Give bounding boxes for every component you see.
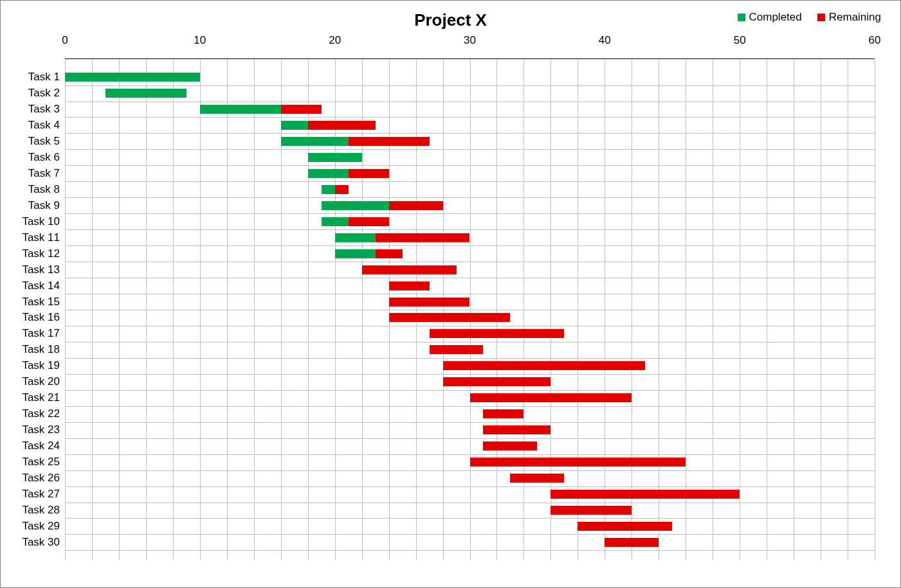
- gantt-row: [65, 342, 875, 358]
- y-tick-label: Task 28: [22, 504, 65, 517]
- gantt-row: [65, 245, 875, 262]
- x-tick-label: 40: [599, 34, 611, 47]
- gantt-row: [65, 262, 875, 278]
- bar-remaining: [483, 425, 551, 434]
- bar-remaining: [376, 233, 470, 242]
- gantt-row: [65, 470, 875, 486]
- gantt-row: [65, 326, 875, 342]
- gantt-row: [65, 278, 875, 294]
- gantt-row: [65, 406, 875, 422]
- x-axis: 0102030405060: [65, 33, 875, 58]
- gantt-row: [65, 149, 875, 165]
- y-tick-label: Task 2: [28, 87, 65, 100]
- bar-completed: [322, 201, 389, 210]
- plot-wrap: 0102030405060 Task 1Task 2Task 3Task 4Ta…: [65, 33, 875, 566]
- x-tick-label: 30: [464, 34, 476, 47]
- bar-remaining: [443, 377, 551, 386]
- plot-area: Task 1Task 2Task 3Task 4Task 5Task 6Task…: [65, 58, 875, 560]
- x-tick-label: 60: [869, 34, 881, 47]
- bar-remaining: [376, 249, 403, 258]
- legend-label-remaining: Remaining: [829, 11, 881, 24]
- y-tick-label: Task 24: [22, 440, 65, 452]
- gantt-row: [65, 229, 875, 245]
- y-tick-label: Task 25: [22, 456, 65, 468]
- bar-completed: [308, 169, 349, 178]
- legend-completed: Completed: [738, 11, 802, 24]
- gantt-row: [65, 294, 875, 310]
- bar-completed: [308, 153, 362, 162]
- bar-remaining: [470, 393, 632, 402]
- chart-frame: Project X Completed Remaining 0102030405…: [0, 0, 901, 588]
- gantt-row: [65, 117, 875, 133]
- bar-remaining: [389, 201, 443, 210]
- bar-remaining: [389, 298, 470, 307]
- x-tick-label: 50: [734, 34, 746, 47]
- y-tick-label: Task 1: [28, 71, 65, 84]
- y-tick-label: Task 18: [22, 343, 65, 356]
- bar-remaining: [551, 506, 632, 515]
- y-tick-label: Task 20: [22, 375, 65, 388]
- y-tick-label: Task 22: [22, 407, 65, 420]
- horizontal-gridline: [65, 550, 875, 551]
- y-tick-label: Task 27: [22, 488, 65, 501]
- bar-completed: [335, 233, 376, 242]
- bar-remaining: [443, 361, 646, 370]
- gantt-row: [65, 454, 875, 470]
- bar-remaining: [349, 217, 389, 226]
- y-tick-label: Task 12: [22, 247, 65, 260]
- y-tick-label: Task 11: [22, 231, 65, 244]
- bar-remaining: [430, 345, 484, 354]
- x-tick-label: 10: [194, 34, 206, 47]
- y-tick-label: Task 4: [28, 119, 65, 132]
- legend-label-completed: Completed: [749, 11, 802, 24]
- y-tick-label: Task 13: [22, 263, 65, 276]
- gantt-row: [65, 165, 875, 181]
- bar-remaining: [308, 121, 376, 130]
- bar-remaining: [430, 329, 565, 338]
- legend-swatch-completed-icon: [738, 13, 745, 21]
- bar-remaining: [335, 185, 349, 194]
- bar-completed: [335, 249, 376, 258]
- bar-completed: [281, 121, 308, 130]
- bar-remaining: [389, 313, 511, 322]
- x-tick-label: 0: [62, 34, 68, 47]
- bar-remaining: [281, 105, 322, 114]
- legend-swatch-remaining-icon: [817, 13, 825, 21]
- bar-remaining: [483, 441, 537, 450]
- y-tick-label: Task 23: [22, 423, 65, 436]
- y-tick-label: Task 26: [22, 472, 65, 485]
- y-tick-label: Task 14: [22, 280, 65, 292]
- bar-remaining: [605, 538, 659, 547]
- bar-remaining: [389, 281, 430, 290]
- y-tick-label: Task 19: [22, 359, 65, 372]
- gantt-row: [65, 534, 875, 550]
- title-row: Project X Completed Remaining: [14, 7, 887, 33]
- bar-remaining: [349, 169, 389, 178]
- gantt-row: [65, 486, 875, 503]
- gantt-row: [65, 518, 875, 534]
- y-tick-label: Task 15: [22, 296, 65, 308]
- legend-remaining: Remaining: [817, 11, 881, 24]
- y-tick-label: Task 6: [28, 151, 65, 164]
- vertical-gridline: [875, 59, 875, 560]
- gantt-row: [65, 422, 875, 438]
- gantt-row: [65, 358, 875, 374]
- bar-remaining: [470, 458, 686, 467]
- bar-remaining: [578, 522, 672, 531]
- bar-remaining: [362, 265, 457, 274]
- bar-remaining: [349, 137, 430, 146]
- x-tick-label: 20: [329, 34, 341, 47]
- y-tick-label: Task 17: [22, 327, 65, 340]
- gantt-row: [65, 133, 875, 149]
- gantt-row: [65, 181, 875, 197]
- bar-remaining: [551, 490, 740, 499]
- gantt-row: [65, 310, 875, 326]
- bar-completed: [65, 73, 200, 82]
- y-tick-label: Task 8: [28, 183, 65, 196]
- bar-completed: [281, 137, 349, 146]
- gantt-row: [65, 197, 875, 213]
- y-tick-label: Task 9: [28, 199, 65, 212]
- gantt-row: [65, 213, 875, 229]
- y-tick-label: Task 29: [22, 520, 65, 533]
- gantt-row: [65, 102, 875, 118]
